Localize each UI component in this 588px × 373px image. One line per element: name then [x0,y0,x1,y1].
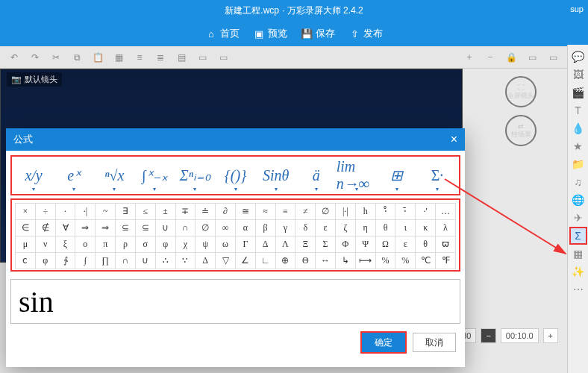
tool-b-button[interactable]: ▭ [215,49,231,66]
symbol-cell[interactable]: μ [16,236,36,253]
symbol-cell[interactable]: ∅ [316,204,336,220]
zoom-out-button[interactable]: － [482,49,498,66]
layer-button[interactable]: ▤ [173,49,190,66]
tool-d-button[interactable]: ▭ [545,49,561,66]
symbol-cell[interactable]: Δ [255,236,275,253]
symbol-cell[interactable]: ≐ [196,204,216,220]
symbol-cell[interactable]: ϖ [436,236,456,253]
menu-save[interactable]: 💾 保存 [301,27,335,40]
symbol-cell[interactable]: ·' [416,204,436,220]
symbol-cell[interactable]: φ [155,236,175,253]
drop-icon[interactable]: 💧 [571,121,586,136]
symbol-cell[interactable]: ∵ [175,253,196,269]
symbol-cell[interactable]: Σ [316,236,336,253]
symbol-cell[interactable]: ο [75,236,96,253]
symbol-cell[interactable]: ι [395,220,416,236]
symbol-cell[interactable]: ≈ [255,204,275,220]
menu-preview[interactable]: ▣ 预览 [253,27,287,40]
category-9[interactable]: ⊞▾ [377,158,417,192]
tool-a-button[interactable]: ▭ [194,49,210,66]
symbol-cell[interactable]: Ψ [355,236,375,253]
symbol-cell[interactable]: ε [395,236,416,253]
category-0[interactable]: x/y▾ [13,158,54,192]
category-6[interactable]: Sinθ▾ [256,158,296,192]
symbol-cell[interactable]: ⊆ [116,220,136,236]
symbol-cell[interactable]: ~ [96,204,116,220]
symbol-cell[interactable]: … [436,204,456,220]
symbol-cell[interactable]: θ [375,220,395,236]
symbol-cell[interactable]: ∓ [175,204,196,220]
folder-icon[interactable]: 📁 [571,157,586,172]
text-icon[interactable]: T [571,103,586,118]
formula-icon[interactable]: Σ [571,228,586,243]
symbol-cell[interactable]: Λ [275,236,295,253]
symbol-cell[interactable]: ·| [75,204,96,220]
symbol-cell[interactable]: ξ [55,236,75,253]
more-icon[interactable]: ⋯ [571,282,586,297]
symbol-cell[interactable]: ≤ [135,204,155,220]
category-10[interactable]: Σ·▾ [417,158,457,192]
symbol-cell[interactable]: h [355,204,375,220]
minus-button[interactable]: − [481,328,495,343]
symbol-cell[interactable]: ρ [116,236,136,253]
symbol-cell[interactable]: Θ [295,253,316,269]
symbol-cell[interactable]: ∪ [155,220,175,236]
align-center-button[interactable]: ≣ [152,49,169,66]
category-4[interactable]: Σⁿᵢ₌₀▾ [175,158,215,192]
symbol-cell[interactable]: ∠ [235,253,255,269]
close-icon[interactable]: × [451,133,457,146]
symbol-cell[interactable]: ε [316,220,336,236]
chat-icon[interactable]: 💬 [571,49,586,64]
category-7[interactable]: ä▾ [296,158,337,192]
symbol-cell[interactable]: ∃ [116,204,136,220]
symbol-cell[interactable]: ∉ [35,220,55,236]
tool-c-button[interactable]: ▭ [524,49,540,66]
symbol-cell[interactable]: ψ [196,236,216,253]
effect-icon[interactable]: ✨ [571,264,586,279]
symbol-cell[interactable]: γ [275,220,295,236]
symbol-cell[interactable]: ℉ [436,253,456,269]
symbol-cell[interactable]: β [255,220,275,236]
symbol-cell[interactable]: δ [295,220,316,236]
symbol-cell[interactable]: |·| [336,204,356,220]
symbol-cell[interactable]: ∏ [96,253,116,269]
symbol-cell[interactable]: ▽ [216,253,236,269]
paste-button[interactable]: 📋 [90,49,106,66]
undo-button[interactable]: ↶ [6,49,22,66]
symbol-cell[interactable]: ∩ [116,253,136,269]
category-1[interactable]: eˣ▾ [54,158,94,192]
symbol-cell[interactable]: ⊆ [135,220,155,236]
symbol-cell[interactable]: ⇒ [96,220,116,236]
menu-home[interactable]: ⌂ 首页 [205,27,240,40]
globe-icon[interactable]: 🌐 [571,192,586,207]
cut-button[interactable]: ✂ [48,49,64,66]
symbol-cell[interactable]: ∞ [216,220,236,236]
symbol-cell[interactable]: α [235,220,255,236]
symbol-cell[interactable]: ∟ [255,253,275,269]
symbol-cell[interactable]: ± [155,204,175,220]
ok-button[interactable]: 确定 [362,333,405,352]
symbol-cell[interactable]: ∂ [216,204,236,220]
plus-button[interactable]: + [543,328,558,343]
symbol-cell[interactable]: % [375,253,395,269]
symbol-cell[interactable]: ∴ [155,253,175,269]
fullscreen-shot-button[interactable]: ⛶ 全屏镜头 [505,76,537,107]
symbol-cell[interactable]: ∈ [16,220,36,236]
symbol-cell[interactable]: ν [35,236,55,253]
symbol-cell[interactable]: π [96,236,116,253]
category-3[interactable]: ∫ˣ₋ₓ▾ [134,158,175,192]
symbol-cell[interactable]: ⊕ [275,253,295,269]
symbol-cell[interactable]: % [395,253,416,269]
menu-publish[interactable]: ⇧ 发布 [348,27,383,40]
symbol-cell[interactable]: ω [216,236,236,253]
symbol-cell[interactable]: ℃ [416,253,436,269]
symbol-cell[interactable]: ÷ [35,204,55,220]
symbol-cell[interactable]: η [355,220,375,236]
symbol-cell[interactable]: ζ [336,220,356,236]
symbol-cell[interactable]: ∪ [135,253,155,269]
symbol-cell[interactable]: Ξ [295,236,316,253]
symbol-cell[interactable]: ≅ [235,204,255,220]
category-2[interactable]: ⁿ√x▾ [94,158,134,192]
image-icon[interactable]: 🖼 [571,67,586,82]
symbol-cell[interactable]: λ [436,220,456,236]
